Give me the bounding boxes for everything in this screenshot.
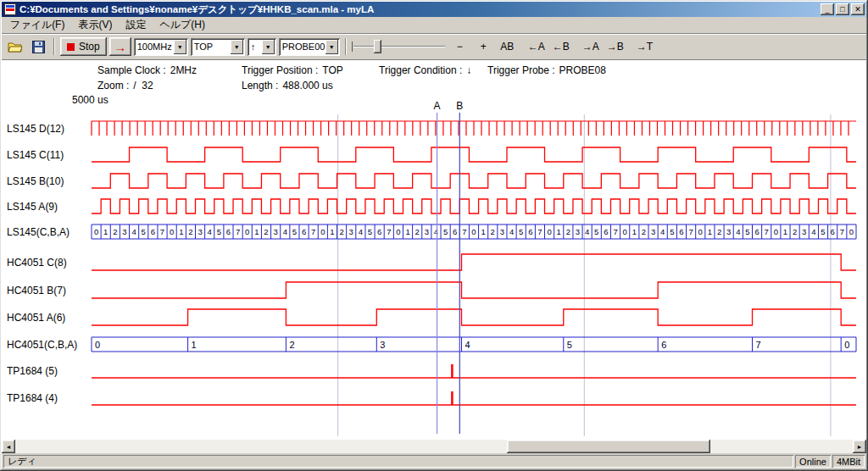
svg-text:7: 7 <box>840 227 844 236</box>
svg-text:2: 2 <box>415 227 420 236</box>
svg-text:2: 2 <box>717 227 721 236</box>
stop-label: Stop <box>79 41 100 53</box>
minimize-button[interactable]: _ <box>821 3 834 15</box>
status-memory: 4MBit <box>832 455 865 468</box>
stop-button[interactable]: Stop <box>60 37 107 56</box>
window-title: C:¥Documents and Settings¥noname¥デスクトップ¥… <box>19 3 819 16</box>
svg-text:3: 3 <box>500 227 504 236</box>
cursor-ab-button[interactable]: AB <box>497 37 518 56</box>
open-button[interactable] <box>5 37 25 56</box>
menu-settings[interactable]: 設定 <box>119 16 153 34</box>
dropdown-arrow-icon[interactable]: ▼ <box>326 40 338 54</box>
scrollbar-thumb[interactable] <box>507 440 710 453</box>
svg-text:4: 4 <box>131 227 136 236</box>
trigger-edge-combo[interactable]: ↑ ▼ <box>248 38 276 56</box>
channel-wave-0 <box>92 121 856 136</box>
svg-text:7: 7 <box>688 227 693 236</box>
svg-text:0: 0 <box>547 227 551 236</box>
svg-text:1: 1 <box>481 227 485 236</box>
channel-wave-3 <box>92 199 856 213</box>
svg-text:0: 0 <box>320 227 325 236</box>
svg-text:0: 0 <box>245 227 249 236</box>
svg-text:0: 0 <box>95 340 100 350</box>
run-button[interactable]: → <box>109 37 131 56</box>
slider-end-cap <box>352 42 353 52</box>
cursor-a-label: A <box>434 100 441 112</box>
svg-text:3: 3 <box>651 227 655 236</box>
svg-text:6: 6 <box>377 227 381 236</box>
svg-text:2: 2 <box>339 227 343 236</box>
zoom-slider-thumb[interactable] <box>374 40 381 53</box>
toolbar-separator <box>345 38 347 55</box>
svg-text:4: 4 <box>585 227 589 236</box>
svg-text:5: 5 <box>821 227 825 236</box>
svg-text:4: 4 <box>509 227 514 236</box>
svg-text:0: 0 <box>471 227 476 236</box>
scroll-left-button[interactable]: ◄ <box>2 440 15 453</box>
menu-file[interactable]: ファイル(F) <box>3 16 71 34</box>
zoom-out-button[interactable]: − <box>449 37 470 56</box>
dropdown-arrow-icon[interactable]: ▼ <box>231 40 243 54</box>
svg-text:1: 1 <box>103 227 108 236</box>
svg-text:1: 1 <box>192 340 197 350</box>
trigger-probe-combo[interactable]: PROBE00 ▼ <box>279 38 340 56</box>
zoom-slider-track[interactable] <box>353 46 445 47</box>
svg-text:1: 1 <box>783 227 787 236</box>
waveform-canvas[interactable]: 0123456701234567012345670123456701234567… <box>2 60 866 440</box>
svg-text:5: 5 <box>519 227 523 236</box>
cursor-b-label: B <box>456 100 463 112</box>
close-button[interactable]: ✕ <box>851 3 865 15</box>
sample-rate-combo[interactable]: 100MHz ▼ <box>134 38 188 56</box>
menu-help[interactable]: ヘルプ(H) <box>153 16 212 34</box>
jump-a-right-button[interactable]: →A <box>580 37 602 56</box>
trigger-position-value: TOP <box>194 42 213 52</box>
svg-text:5: 5 <box>368 227 372 236</box>
toolbar-separator <box>53 38 55 55</box>
dropdown-arrow-icon[interactable]: ▼ <box>174 40 186 54</box>
svg-text:7: 7 <box>756 340 761 350</box>
channel-wave-8: 012345670 <box>92 337 856 352</box>
svg-text:3: 3 <box>274 227 278 236</box>
svg-text:6: 6 <box>226 227 231 236</box>
channel-wave-10 <box>92 391 856 405</box>
jump-a-left-button[interactable]: ←A <box>526 37 548 56</box>
jump-b-right-button[interactable]: →B <box>604 37 626 56</box>
open-folder-icon <box>8 41 23 53</box>
save-button[interactable] <box>28 37 48 56</box>
svg-text:2: 2 <box>793 227 797 236</box>
menu-bar: ファイル(F) 表示(V) 設定 ヘルプ(H) <box>2 17 866 34</box>
svg-text:5: 5 <box>567 340 572 350</box>
status-bar: レディ Online 4MBit <box>2 453 866 469</box>
svg-text:6: 6 <box>679 227 683 236</box>
app-icon[interactable] <box>4 3 16 15</box>
horizontal-scrollbar[interactable]: ◄ ► <box>2 440 866 453</box>
svg-text:7: 7 <box>160 227 164 236</box>
maximize-button[interactable]: □ <box>836 3 849 15</box>
svg-text:5: 5 <box>292 227 297 236</box>
dropdown-arrow-icon[interactable]: ▼ <box>262 40 275 54</box>
svg-text:4: 4 <box>660 227 665 236</box>
svg-text:0: 0 <box>774 227 778 236</box>
jump-b-left-button[interactable]: ←B <box>550 37 572 56</box>
zoom-in-button[interactable]: + <box>473 37 494 56</box>
svg-text:5: 5 <box>670 227 674 236</box>
svg-text:2: 2 <box>289 340 294 350</box>
scroll-right-button[interactable]: ► <box>853 440 866 453</box>
svg-text:5: 5 <box>217 227 221 236</box>
jump-trigger-button[interactable]: →T <box>634 37 655 56</box>
svg-text:4: 4 <box>465 340 470 350</box>
svg-text:1: 1 <box>254 227 259 236</box>
svg-text:7: 7 <box>537 227 542 236</box>
menu-view[interactable]: 表示(V) <box>71 16 119 34</box>
svg-text:2: 2 <box>566 227 570 236</box>
tool-bar: Stop → 100MHz ▼ TOP ▼ ↑ ▼ PROBE00 ▼ − + … <box>2 34 866 60</box>
svg-text:6: 6 <box>831 227 835 236</box>
trigger-position-combo[interactable]: TOP ▼ <box>191 38 245 56</box>
svg-text:0: 0 <box>170 227 174 236</box>
svg-text:1: 1 <box>632 227 637 236</box>
svg-text:1: 1 <box>557 227 561 236</box>
zoom-slider[interactable] <box>352 38 447 55</box>
svg-text:0: 0 <box>94 227 98 236</box>
svg-text:4: 4 <box>283 227 287 236</box>
svg-text:6: 6 <box>528 227 532 236</box>
